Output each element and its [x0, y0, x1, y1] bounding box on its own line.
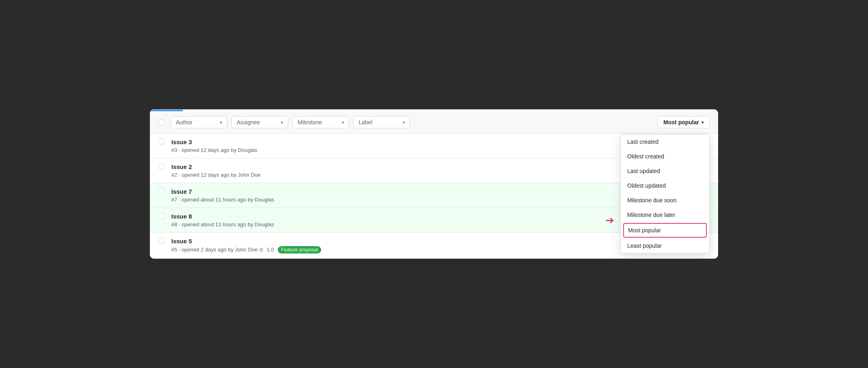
issue-meta: #3 · opened 12 days ago by Douglas: [171, 147, 624, 153]
dropdown-item-last-updated[interactable]: Last updated: [621, 164, 709, 178]
issue-meta: #8 · opened about 11 hours ago by Dougla…: [171, 221, 624, 227]
issue-meta: #2 · opened 12 days ago by John Doe: [171, 172, 624, 178]
dropdown-item-label: Most popular: [628, 227, 661, 234]
label-dropdown[interactable]: Label ▾: [353, 116, 410, 128]
issue-title: Issue 5: [171, 238, 624, 245]
dropdown-item-label: Milestone due later: [627, 212, 675, 218]
issue-checkbox[interactable]: [158, 163, 164, 169]
issue-meta: #7 · opened about 11 hours ago by Dougla…: [171, 197, 624, 203]
issue-checkbox[interactable]: [158, 139, 164, 145]
sort-dropdown-menu: Last created Oldest created Last updated…: [620, 134, 710, 253]
sort-label: Most popular: [663, 119, 699, 126]
label-chevron-icon: ▾: [403, 120, 405, 125]
assignee-dropdown[interactable]: Assignee ▾: [231, 116, 288, 128]
issue-meta: #5 · opened 2 days ago by John Doe ⊙ 1.0…: [171, 246, 624, 253]
issue-content: Issue 5 #5 · opened 2 days ago by John D…: [171, 238, 624, 253]
dropdown-item-least-popular[interactable]: Least popular: [621, 238, 709, 253]
dropdown-item-most-popular[interactable]: Most popular: [623, 223, 707, 238]
dropdown-item-label: Last created: [627, 139, 659, 145]
author-label: Author: [176, 119, 192, 126]
issue-checkbox[interactable]: [158, 213, 164, 219]
dropdown-item-milestone-due-soon[interactable]: Milestone due soon: [621, 193, 709, 208]
select-all-checkbox[interactable]: [158, 119, 164, 126]
author-chevron-icon: ▾: [220, 120, 222, 125]
dropdown-item-label: Least popular: [627, 242, 662, 249]
dropdown-item-oldest-created[interactable]: Oldest created: [621, 149, 709, 164]
sort-chevron-icon: ▾: [702, 120, 704, 125]
issue-title: Issue 2: [171, 163, 624, 170]
issue-content: Issue 7 #7 · opened about 11 hours ago b…: [171, 188, 624, 203]
main-window: Author ▾ Assignee ▾ Milestone ▾ Label ▾ …: [150, 109, 718, 259]
dropdown-item-label: Last updated: [627, 168, 660, 174]
label-label: Label: [358, 119, 372, 126]
issue-content: Issue 8 #8 · opened about 11 hours ago b…: [171, 213, 624, 227]
sort-button[interactable]: Most popular ▾: [657, 116, 710, 128]
issue-title: Issue 8: [171, 213, 624, 220]
issue-title: Issue 3: [171, 139, 624, 145]
milestone-chevron-icon: ▾: [342, 120, 344, 125]
dropdown-item-label: Milestone due soon: [627, 197, 676, 203]
assignee-label: Assignee: [237, 119, 260, 126]
milestone-label: Milestone: [298, 119, 322, 126]
dropdown-item-milestone-due-later[interactable]: Milestone due later: [621, 208, 709, 222]
issue-content: Issue 2 #2 · opened 12 days ago by John …: [171, 163, 624, 178]
assignee-chevron-icon: ▾: [281, 120, 283, 125]
feature-badge: Feature proposal: [278, 246, 321, 253]
milestone-dropdown[interactable]: Milestone ▾: [292, 116, 349, 128]
dropdown-item-label: Oldest created: [627, 153, 664, 160]
issue-title: Issue 7: [171, 188, 624, 195]
author-dropdown[interactable]: Author ▾: [171, 116, 227, 128]
issue-content: Issue 3 #3 · opened 12 days ago by Dougl…: [171, 139, 624, 153]
milestone-icon: ⊙: [259, 247, 263, 253]
issue-checkbox[interactable]: [158, 238, 164, 244]
issue-checkbox[interactable]: [158, 188, 164, 194]
dropdown-item-oldest-updated[interactable]: Oldest updated: [621, 178, 709, 193]
dropdown-item-label: Oldest updated: [627, 182, 666, 189]
toolbar: Author ▾ Assignee ▾ Milestone ▾ Label ▾ …: [150, 111, 718, 134]
dropdown-item-last-created[interactable]: Last created: [621, 134, 709, 149]
